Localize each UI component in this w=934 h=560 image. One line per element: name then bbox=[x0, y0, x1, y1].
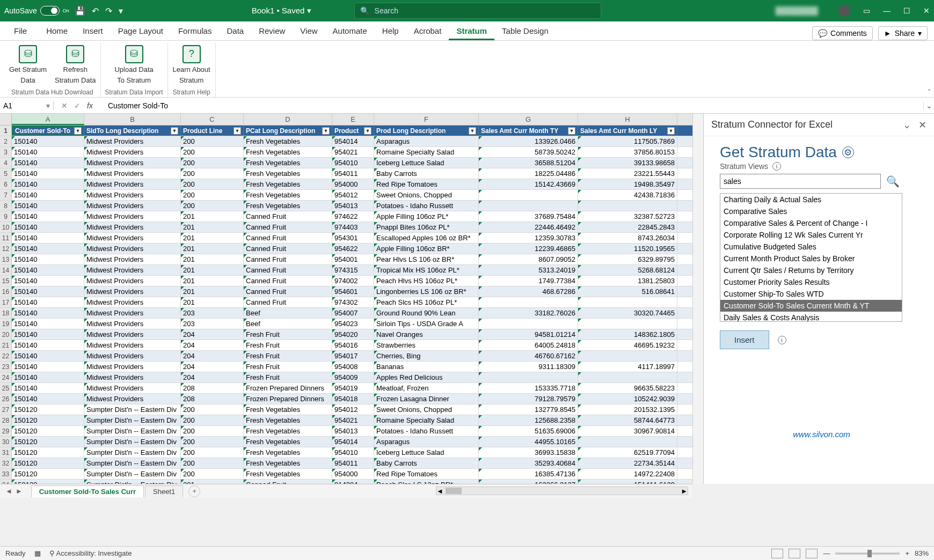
next-sheet-icon[interactable]: ► bbox=[16, 487, 23, 495]
table-row[interactable]: 28150120Sumpter Dist'n -- Eastern Div200… bbox=[0, 415, 692, 426]
formula-input[interactable]: Customer Sold-To bbox=[104, 101, 923, 110]
tab-stratum[interactable]: Stratum bbox=[449, 23, 494, 40]
tab-insert[interactable]: Insert bbox=[75, 23, 111, 40]
zoom-out-icon[interactable]: — bbox=[823, 549, 830, 557]
undo-icon[interactable]: ↶ bbox=[92, 6, 99, 16]
table-row[interactable]: 26150140Midwest Providers208Frozen Prepa… bbox=[0, 394, 692, 404]
get-stratum-data[interactable]: ⛁Get StratumData bbox=[9, 45, 47, 84]
ribbon-mode-icon[interactable]: ▭ bbox=[863, 6, 870, 15]
table-header-cell[interactable]: SldTo Long Description▼ bbox=[84, 126, 181, 136]
table-row[interactable]: 7150140Midwest Providers200Fresh Vegetab… bbox=[0, 190, 692, 201]
table-row[interactable]: 12150140Midwest Providers201Canned Fruit… bbox=[0, 244, 692, 254]
close-icon[interactable]: ✕ bbox=[923, 6, 930, 15]
filter-icon[interactable]: ▼ bbox=[667, 127, 675, 135]
learn-about[interactable]: ?Learn AboutStratum bbox=[172, 45, 211, 84]
col-header[interactable]: A bbox=[12, 114, 84, 125]
table-row[interactable]: 6150140Midwest Providers200Fresh Vegetab… bbox=[0, 179, 692, 190]
horizontal-scrollbar[interactable]: ◄► bbox=[436, 487, 688, 495]
tab-home[interactable]: Home bbox=[39, 23, 75, 40]
silvon-link[interactable]: www.silvon.com bbox=[720, 430, 923, 439]
filter-icon[interactable]: ▼ bbox=[322, 127, 330, 135]
col-header[interactable]: D bbox=[244, 114, 332, 125]
table-header-cell[interactable]: Sales Amt Curr Month TY▼ bbox=[479, 126, 578, 136]
table-header-cell[interactable]: Customer Sold-To▼ bbox=[12, 126, 84, 136]
collapse-ribbon-icon[interactable]: ˄ bbox=[928, 89, 931, 96]
list-item[interactable]: Comparative Sales bbox=[720, 205, 902, 217]
upload-data[interactable]: ⛁Upload DataTo Stratum bbox=[114, 45, 153, 84]
col-header[interactable]: G bbox=[479, 114, 578, 125]
list-item[interactable]: Daily Sales & Costs Analysis bbox=[720, 312, 902, 322]
zoom-slider[interactable] bbox=[835, 552, 900, 555]
sheet-tab[interactable]: Sheet1 bbox=[145, 485, 183, 497]
pane-collapse-icon[interactable]: ⌄ bbox=[903, 119, 911, 131]
sheet-tab-active[interactable]: Customer Sold-To Sales Curr bbox=[31, 485, 144, 497]
table-row[interactable]: 13150140Midwest Providers201Canned Fruit… bbox=[0, 254, 692, 265]
worksheet-grid[interactable]: A B C D E F G H 1Customer Sold-To▼SldTo … bbox=[0, 114, 692, 484]
zoom-in-icon[interactable]: + bbox=[905, 549, 909, 557]
table-row[interactable]: 31150120Sumpter Dist'n -- Eastern Div200… bbox=[0, 447, 692, 458]
table-row[interactable]: 30150120Sumpter Dist'n -- Eastern Div200… bbox=[0, 437, 692, 447]
table-row[interactable]: 21150140Midwest Providers204Fresh Fruit9… bbox=[0, 340, 692, 351]
accessibility-status[interactable]: ⚲ Accessibility: Investigate bbox=[49, 549, 132, 557]
qat-dropdown-icon[interactable]: ▾ bbox=[119, 6, 123, 16]
table-header-cell[interactable]: Product▼ bbox=[332, 126, 374, 136]
redo-icon[interactable]: ↷ bbox=[105, 6, 112, 16]
table-row[interactable]: 9150140Midwest Providers201Canned Fruit9… bbox=[0, 211, 692, 222]
add-sheet-button[interactable]: + bbox=[188, 485, 200, 497]
filter-icon[interactable]: ▼ bbox=[364, 127, 371, 135]
table-row[interactable]: 2150140Midwest Providers200Fresh Vegetab… bbox=[0, 136, 692, 147]
list-item[interactable]: Customer Priority Sales Results bbox=[720, 276, 902, 288]
comments-button[interactable]: 💬 Comments bbox=[812, 26, 873, 40]
save-icon[interactable]: 💾 bbox=[75, 6, 85, 16]
select-all-corner[interactable] bbox=[0, 114, 12, 125]
table-row[interactable]: 25150140Midwest Providers208Frozen Prepa… bbox=[0, 383, 692, 394]
filter-icon[interactable]: ▼ bbox=[568, 127, 575, 135]
refresh-stratum-data[interactable]: ⛁RefreshStratum Data bbox=[55, 45, 96, 84]
table-row[interactable]: 10150140Midwest Providers201Canned Fruit… bbox=[0, 222, 692, 233]
tab-review[interactable]: Review bbox=[251, 23, 293, 40]
page-break-view-icon[interactable] bbox=[806, 549, 818, 558]
list-item[interactable]: Corporate Rolling 12 Wk Sales Current Yr bbox=[720, 229, 902, 241]
col-header[interactable]: H bbox=[578, 114, 677, 125]
tab-automate[interactable]: Automate bbox=[325, 23, 375, 40]
table-row[interactable]: 14150140Midwest Providers201Canned Fruit… bbox=[0, 265, 692, 276]
gear-icon[interactable]: ⚙ bbox=[842, 146, 854, 158]
tab-formulas[interactable]: Formulas bbox=[171, 23, 220, 40]
user-name[interactable]: ████████ bbox=[776, 6, 818, 15]
tab-acrobat[interactable]: Acrobat bbox=[406, 23, 449, 40]
table-row[interactable]: 27150120Sumpter Dist'n -- Eastern Div200… bbox=[0, 404, 692, 415]
views-listbox[interactable]: Charting Daily & Actual SalesComparative… bbox=[720, 193, 902, 322]
minimize-icon[interactable]: — bbox=[883, 6, 891, 15]
table-row[interactable]: 33150120Sumpter Dist'n -- Eastern Div200… bbox=[0, 469, 692, 480]
list-item[interactable]: Charting Daily & Actual Sales bbox=[720, 194, 902, 205]
table-row[interactable]: 24150140Midwest Providers204Fresh Fruit9… bbox=[0, 372, 692, 383]
list-item[interactable]: Cumulative Budgeted Sales bbox=[720, 241, 902, 253]
table-row[interactable]: 29150120Sumpter Dist'n -- Eastern Div200… bbox=[0, 426, 692, 437]
autosave-toggle[interactable]: AutoSave On bbox=[4, 6, 69, 16]
list-item[interactable]: Current Month Product Sales by Broker bbox=[720, 253, 902, 264]
table-row[interactable]: 19150140Midwest Providers203Beef954023Si… bbox=[0, 319, 692, 329]
tab-file[interactable]: File bbox=[6, 23, 39, 40]
fx-icon[interactable]: fx bbox=[87, 101, 96, 110]
table-row[interactable]: 4150140Midwest Providers200Fresh Vegetab… bbox=[0, 158, 692, 168]
table-header-cell[interactable]: Product Line▼ bbox=[181, 126, 244, 136]
search-box[interactable]: 🔍 Search bbox=[354, 3, 601, 19]
filter-icon[interactable]: ▼ bbox=[74, 127, 82, 135]
tab-help[interactable]: Help bbox=[375, 23, 406, 40]
table-row[interactable]: 16150140Midwest Providers201Canned Fruit… bbox=[0, 286, 692, 297]
name-box[interactable]: A1▾ bbox=[0, 101, 54, 110]
list-item[interactable]: Customer Ship-To Sales WTD bbox=[720, 288, 902, 300]
table-row[interactable]: 23150140Midwest Providers204Fresh Fruit9… bbox=[0, 362, 692, 372]
table-row[interactable]: 32150120Sumpter Dist'n -- Eastern Div200… bbox=[0, 458, 692, 469]
expand-formula-bar-icon[interactable]: ⌄ bbox=[923, 101, 934, 110]
share-button[interactable]: ► Share ▾ bbox=[878, 26, 928, 40]
table-row[interactable]: 22150140Midwest Providers204Fresh Fruit9… bbox=[0, 351, 692, 362]
table-row[interactable]: 18150140Midwest Providers203Beef954007Gr… bbox=[0, 308, 692, 319]
cancel-formula-icon[interactable]: ✕ bbox=[61, 101, 68, 110]
col-header[interactable]: C bbox=[181, 114, 244, 125]
filter-icon[interactable]: ▼ bbox=[469, 127, 476, 135]
table-row[interactable]: 15150140Midwest Providers201Canned Fruit… bbox=[0, 276, 692, 286]
info-icon[interactable]: i bbox=[772, 162, 781, 171]
col-header[interactable]: E bbox=[332, 114, 374, 125]
filter-icon[interactable]: ▼ bbox=[234, 127, 241, 135]
